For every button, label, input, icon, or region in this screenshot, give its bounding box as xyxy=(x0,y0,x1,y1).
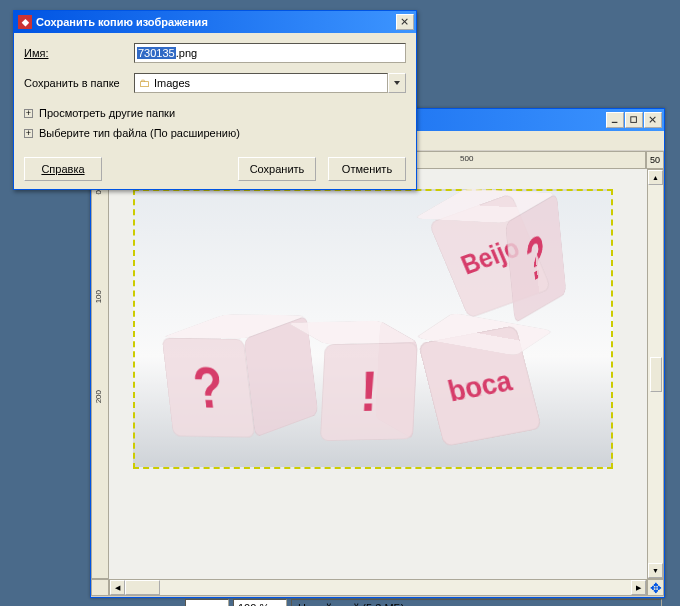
bottom-scroll-row: ◀ ▶ ✥ xyxy=(91,579,664,596)
folder-label: Сохранить в папке xyxy=(24,77,134,89)
expander-label: Выберите тип файла (По расширению) xyxy=(39,127,240,139)
dice-face: ! xyxy=(320,342,418,441)
scroll-down-button[interactable]: ▼ xyxy=(648,563,663,578)
save-button[interactable]: Сохранить xyxy=(238,157,316,181)
ruler-tick: 500 xyxy=(460,154,473,163)
zoom-dropdown[interactable]: 100 % xyxy=(233,599,287,607)
folder-dropdown[interactable]: 🗀 Images xyxy=(134,73,388,93)
ruler-tick: 0 xyxy=(94,190,103,194)
scroll-right-button[interactable]: ▶ xyxy=(631,580,646,595)
help-button[interactable]: Справка xyxy=(24,157,102,181)
image-layer: ? Beijo ? ! nuca boca xyxy=(133,189,613,469)
app-icon: ◆ xyxy=(18,15,32,29)
unit-dropdown[interactable]: px xyxy=(185,599,229,607)
filename-label: Имя: xyxy=(24,47,134,59)
quickmask-toggle[interactable] xyxy=(91,579,109,596)
scroll-left-button[interactable]: ◀ xyxy=(110,580,125,595)
svg-rect-1 xyxy=(631,117,637,123)
dice-4: ? Beijo xyxy=(439,203,540,308)
dialog-titlebar[interactable]: ◆ Сохранить копию изображения xyxy=(14,11,416,33)
status-message: Новый слой (5,3 МБ) xyxy=(291,599,662,607)
vertical-ruler[interactable]: 0 100 200 xyxy=(91,169,109,579)
close-button[interactable] xyxy=(644,112,662,128)
plus-icon: + xyxy=(24,129,33,138)
ruler-tick: 100 xyxy=(94,290,103,303)
navigation-button[interactable]: ✥ xyxy=(647,579,664,596)
folder-icon: 🗀 xyxy=(139,77,150,89)
dice-2: ! xyxy=(301,331,399,430)
ruler-end: 50 xyxy=(646,151,664,169)
vertical-scrollbar[interactable]: ▲ ▼ xyxy=(647,169,664,579)
minimize-button[interactable] xyxy=(606,112,624,128)
dice-face: ? xyxy=(162,338,256,438)
chevron-down-icon xyxy=(394,81,400,85)
browse-folders-expander[interactable]: + Просмотреть другие папки xyxy=(24,107,406,119)
save-copy-dialog: ◆ Сохранить копию изображения Имя: 73013… xyxy=(13,10,417,190)
canvas[interactable]: ? Beijo ? ! nuca boca xyxy=(109,169,647,579)
dice-1: ? xyxy=(193,326,287,426)
filename-input[interactable]: 730135.png xyxy=(134,43,406,63)
scroll-thumb[interactable] xyxy=(650,357,662,392)
dialog-close-button[interactable] xyxy=(396,14,414,30)
unit-label: px xyxy=(190,602,202,607)
scroll-up-button[interactable]: ▲ xyxy=(648,170,663,185)
canvas-area: 0 100 200 ? Beijo ? ! xyxy=(91,169,664,579)
scroll-thumb[interactable] xyxy=(125,580,160,595)
cancel-button[interactable]: Отменить xyxy=(328,157,406,181)
folder-value: Images xyxy=(154,77,190,89)
filetype-expander[interactable]: + Выберите тип файла (По расширению) xyxy=(24,127,406,139)
expander-label: Просмотреть другие папки xyxy=(39,107,175,119)
horizontal-scrollbar[interactable]: ◀ ▶ xyxy=(109,579,647,596)
dice-3: nuca boca xyxy=(425,325,535,446)
ruler-tick: 200 xyxy=(94,390,103,403)
status-bar: px 100 % Новый слой (5,3 МБ) xyxy=(91,596,664,606)
folder-dropdown-button[interactable] xyxy=(388,73,406,93)
maximize-button[interactable] xyxy=(625,112,643,128)
zoom-label: 100 % xyxy=(238,602,269,607)
plus-icon: + xyxy=(24,109,33,118)
filename-ext: .png xyxy=(176,47,197,59)
dialog-title: Сохранить копию изображения xyxy=(36,16,208,28)
filename-selected-text: 730135 xyxy=(137,47,176,59)
